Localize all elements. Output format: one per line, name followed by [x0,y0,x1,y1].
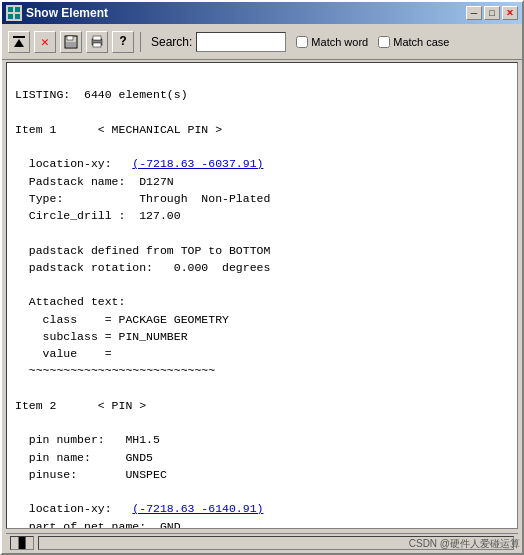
item-2-location-link[interactable]: (-7218.63 -6140.91) [132,502,263,515]
svg-rect-4 [13,36,25,38]
text-content[interactable]: LISTING: 6440 element(s) Item 1 < MECHAN… [7,63,517,528]
close-button[interactable]: ✕ [502,6,518,20]
toolbar-separator [140,32,141,52]
search-label: Search: [151,35,192,49]
print-button[interactable] [86,31,108,53]
item-1-location-link[interactable]: (-7218.63 -6037.91) [132,157,263,170]
title-bar: Show Element ─ □ ✕ [2,2,522,24]
match-case-label[interactable]: Match case [393,36,449,48]
svg-rect-0 [8,7,13,12]
title-buttons: ─ □ ✕ [466,6,518,20]
stop-button[interactable]: ✕ [34,31,56,53]
svg-rect-7 [67,36,73,40]
match-word-checkbox[interactable] [296,36,308,48]
toolbar: ✕ ? Search: Match word [2,24,522,60]
maximize-button[interactable]: □ [484,6,500,20]
main-window: Show Element ─ □ ✕ ✕ [0,0,524,555]
status-segment: ▐▌ [10,536,34,550]
svg-rect-1 [15,7,20,12]
save-button[interactable] [60,31,82,53]
window-icon [6,5,22,21]
match-case-group: Match case [378,36,449,48]
listing-header: LISTING: 6440 element(s) [15,88,188,101]
window-title: Show Element [26,6,108,20]
svg-rect-3 [15,14,20,19]
item-1-header: Item 1 < MECHANICAL PIN > [15,123,222,136]
status-bar: ▐▌ [6,533,518,551]
match-word-label[interactable]: Match word [311,36,368,48]
svg-rect-2 [8,14,13,19]
svg-rect-10 [93,36,101,40]
wavy-separator-1: ~~~~~~~~~~~~~~~~~~~~~~~~~~~ [29,364,215,377]
svg-marker-5 [14,39,24,47]
svg-rect-8 [66,42,76,47]
horizontal-scrollbar[interactable] [38,536,514,550]
scroll-top-button[interactable] [8,31,30,53]
item-2-header: Item 2 < PIN > [15,399,146,412]
status-text: ▐▌ [15,537,29,548]
match-case-checkbox[interactable] [378,36,390,48]
title-bar-left: Show Element [6,5,108,21]
minimize-button[interactable]: ─ [466,6,482,20]
search-input[interactable] [196,32,286,52]
svg-rect-11 [93,43,101,47]
match-word-group: Match word [296,36,368,48]
content-area: LISTING: 6440 element(s) Item 1 < MECHAN… [6,62,518,529]
help-button[interactable]: ? [112,31,134,53]
